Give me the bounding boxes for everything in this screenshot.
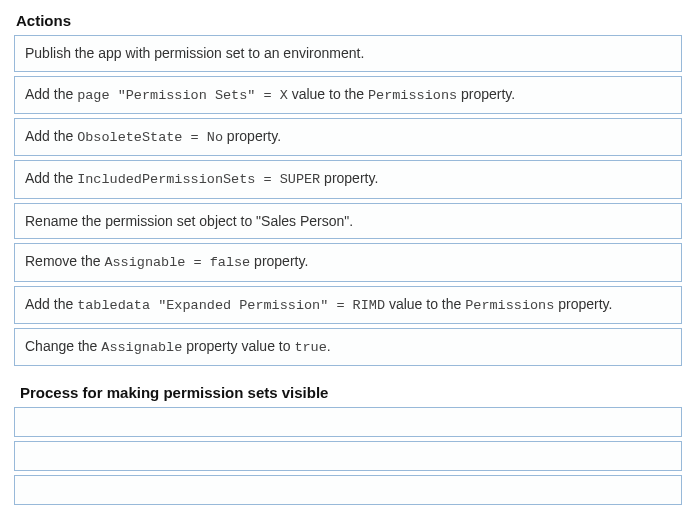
process-list [14, 407, 682, 505]
text-token: Add the [25, 170, 77, 186]
text-token: property. [457, 86, 515, 102]
text-token: property. [223, 128, 281, 144]
action-item[interactable]: Rename the permission set object to "Sal… [14, 203, 682, 240]
action-item[interactable]: Add the tabledata "Expanded Permission" … [14, 286, 682, 324]
text-token: Change the [25, 338, 101, 354]
process-heading: Process for making permission sets visib… [20, 384, 682, 401]
text-token: property. [250, 253, 308, 269]
text-token: . [327, 338, 331, 354]
text-token: value to the [288, 86, 368, 102]
process-slot[interactable] [14, 441, 682, 471]
actions-list: Publish the app with permission set to a… [14, 35, 682, 366]
text-token: property. [554, 296, 612, 312]
process-slot[interactable] [14, 475, 682, 505]
action-item[interactable]: Change the Assignable property value to … [14, 328, 682, 366]
text-token: Remove the [25, 253, 104, 269]
action-item[interactable]: Add the ObsoleteState = No property. [14, 118, 682, 156]
code-token: IncludedPermissionSets = SUPER [77, 172, 320, 187]
text-token: property. [320, 170, 378, 186]
text-token: value to the [385, 296, 465, 312]
code-token: Permissions [465, 298, 554, 313]
action-item[interactable]: Remove the Assignable = false property. [14, 243, 682, 281]
text-token: Rename the permission set object to "Sal… [25, 213, 353, 229]
code-token: Permissions [368, 88, 457, 103]
text-token: Add the [25, 86, 77, 102]
text-token: property value to [182, 338, 294, 354]
code-token: page "Permission Sets" = X [77, 88, 288, 103]
text-token: Publish the app with permission set to a… [25, 45, 364, 61]
text-token: Add the [25, 128, 77, 144]
action-item[interactable]: Add the page "Permission Sets" = X value… [14, 76, 682, 114]
actions-heading: Actions [16, 12, 682, 29]
code-token: true [294, 340, 326, 355]
action-item[interactable]: Add the IncludedPermissionSets = SUPER p… [14, 160, 682, 198]
code-token: Assignable [101, 340, 182, 355]
action-item[interactable]: Publish the app with permission set to a… [14, 35, 682, 72]
code-token: ObsoleteState = No [77, 130, 223, 145]
code-token: tabledata "Expanded Permission" = RIMD [77, 298, 385, 313]
code-token: Assignable = false [104, 255, 250, 270]
text-token: Add the [25, 296, 77, 312]
process-slot[interactable] [14, 407, 682, 437]
